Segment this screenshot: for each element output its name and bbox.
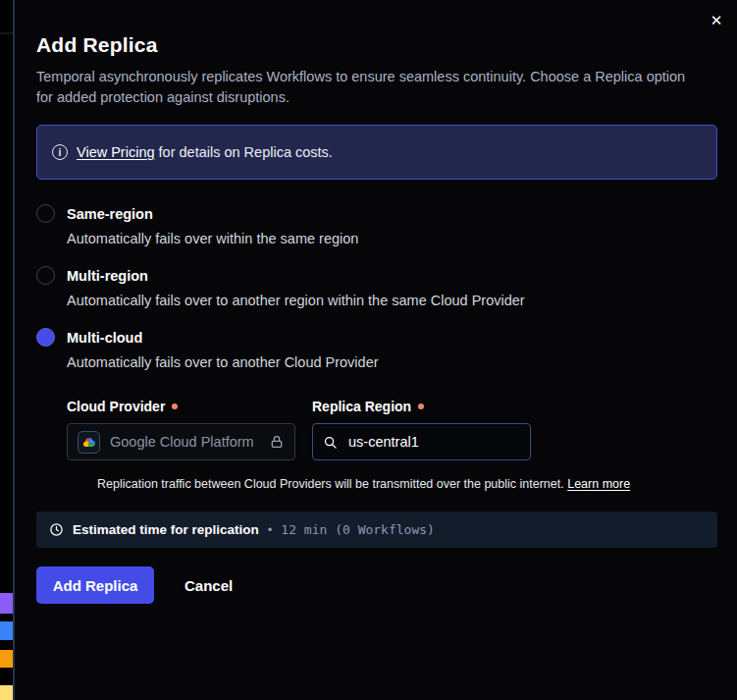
- required-dot: [172, 404, 178, 409]
- replica-region-combobox[interactable]: [312, 423, 531, 460]
- field-label-text: Replica Region: [312, 399, 411, 414]
- cloud-provider-field: Cloud Provider: [67, 399, 295, 460]
- cloud-provider-select[interactable]: Google Cloud Platform: [67, 423, 295, 460]
- info-icon: i: [52, 144, 68, 160]
- close-icon[interactable]: ✕: [704, 8, 729, 33]
- cloud-provider-value: Google Cloud Platform: [110, 434, 254, 450]
- option-multi-region: Multi-region Automatically fails over to…: [36, 266, 717, 308]
- radio-multi-cloud[interactable]: Multi-cloud: [36, 328, 717, 347]
- gcp-logo-icon: [78, 431, 100, 454]
- radio-icon[interactable]: [36, 204, 55, 223]
- option-description: Automatically fails over within the same…: [67, 231, 717, 246]
- clock-icon: [49, 522, 64, 537]
- option-description: Automatically fails over to another Clou…: [67, 354, 717, 370]
- replica-region-label: Replica Region: [312, 399, 531, 414]
- radio-icon[interactable]: [36, 266, 55, 285]
- multi-cloud-form: Cloud Provider: [67, 399, 717, 491]
- option-same-region: Same-region Automatically fails over wit…: [36, 204, 717, 246]
- pricing-banner-text: View Pricing for details on Replica cost…: [77, 144, 333, 160]
- public-internet-note: Replication traffic between Cloud Provid…: [97, 477, 717, 491]
- estimate-banner: Estimated time for replication • 12 min …: [36, 512, 717, 548]
- background-strip-divider: [0, 32, 13, 34]
- search-icon: [323, 435, 338, 450]
- modal-actions: Add Replica Cancel: [36, 566, 717, 604]
- required-dot: [418, 404, 424, 409]
- pricing-info-banner: i View Pricing for details on Replica co…: [36, 125, 717, 180]
- option-label: Multi-cloud: [67, 330, 142, 346]
- background-stripe-yellow: [0, 685, 13, 700]
- estimate-label: Estimated time for replication: [73, 522, 259, 537]
- note-text: Replication traffic between Cloud Provid…: [97, 477, 564, 491]
- estimate-value: 12 min (0 Workflows): [281, 522, 435, 537]
- radio-same-region[interactable]: Same-region: [36, 204, 717, 223]
- radio-multi-region[interactable]: Multi-region: [36, 266, 717, 285]
- pricing-banner-suffix: for details on Replica costs.: [155, 144, 333, 160]
- radio-icon[interactable]: [36, 328, 55, 347]
- view-pricing-link[interactable]: View Pricing: [77, 144, 155, 160]
- option-description: Automatically fails over to another regi…: [67, 293, 717, 308]
- cloud-provider-label: Cloud Provider: [67, 399, 295, 414]
- estimate-separator: •: [268, 522, 273, 537]
- lock-icon: [269, 434, 285, 450]
- page-title: Add Replica: [36, 33, 717, 57]
- background-stripe-orange: [0, 650, 13, 668]
- option-label: Multi-region: [67, 268, 148, 284]
- add-replica-modal: ✕ Add Replica Temporal asynchronously re…: [15, 0, 737, 700]
- background-stripe-blue: [0, 621, 13, 640]
- learn-more-link[interactable]: Learn more: [567, 477, 630, 491]
- option-label: Same-region: [67, 206, 153, 222]
- replica-region-field: Replica Region: [312, 399, 531, 460]
- add-replica-button[interactable]: Add Replica: [36, 566, 154, 604]
- background-stripe-purple: [0, 593, 13, 614]
- field-label-text: Cloud Provider: [67, 399, 165, 414]
- cancel-button[interactable]: Cancel: [184, 577, 233, 594]
- replica-region-input[interactable]: [346, 433, 520, 451]
- option-multi-cloud: Multi-cloud Automatically fails over to …: [36, 328, 717, 370]
- modal-description: Temporal asynchronously replicates Workf…: [36, 67, 700, 108]
